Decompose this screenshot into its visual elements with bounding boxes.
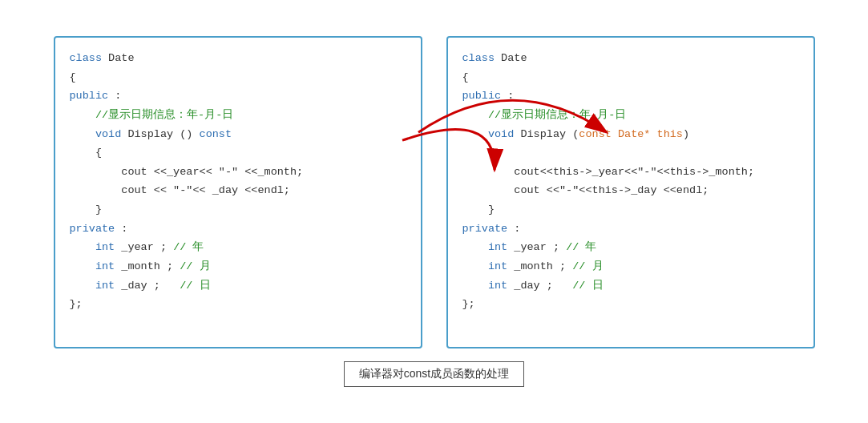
code-line: class Date bbox=[70, 49, 406, 68]
code-token: Date bbox=[108, 52, 134, 64]
code-line: }; bbox=[462, 295, 799, 314]
code-token: // 日 bbox=[180, 280, 210, 292]
code-token: int bbox=[488, 260, 507, 272]
code-token: // 年 bbox=[566, 241, 596, 253]
main-container: class Date{public : //显示日期信息：年-月-日 void … bbox=[0, 28, 868, 395]
code-token: { bbox=[462, 147, 495, 159]
code-line: { bbox=[462, 68, 799, 87]
code-token: private bbox=[70, 223, 115, 235]
code-line: private : bbox=[70, 220, 406, 239]
code-token: ) bbox=[683, 128, 689, 140]
code-line: public : bbox=[70, 87, 406, 106]
code-token: }; bbox=[462, 298, 475, 310]
code-token: class bbox=[462, 52, 502, 64]
code-token bbox=[70, 128, 95, 140]
code-token: _day ; bbox=[507, 280, 572, 292]
code-token: public bbox=[462, 90, 502, 102]
code-line: void Display (const Date* this) bbox=[462, 125, 799, 144]
code-token: cout <<"-"<<this->_day <<endl; bbox=[462, 184, 709, 196]
code-token: void bbox=[95, 128, 121, 140]
code-token: // 月 bbox=[572, 260, 603, 272]
code-token: cout<<this->_year<<"-"<<this->_month; bbox=[462, 166, 755, 178]
code-token bbox=[70, 241, 95, 253]
code-line: cout << "-"<< _day <<endl; bbox=[70, 181, 406, 200]
code-token: cout <<_year<< "-" <<_month; bbox=[70, 166, 304, 178]
code-token bbox=[462, 128, 488, 140]
code-token: : bbox=[507, 223, 520, 235]
code-token bbox=[70, 280, 95, 292]
code-token: int bbox=[488, 280, 507, 292]
code-token: private bbox=[462, 223, 508, 235]
code-token: const Date* this bbox=[579, 128, 683, 140]
caption-box: 编译器对const成员函数的处理 bbox=[344, 361, 524, 387]
code-token: } bbox=[70, 203, 103, 216]
code-token: { bbox=[70, 147, 103, 159]
code-line: int _year ; // 年 bbox=[462, 238, 799, 257]
code-line: { bbox=[70, 143, 406, 163]
code-line: int _month ; // 月 bbox=[70, 257, 406, 276]
code-token: }; bbox=[70, 298, 83, 310]
code-token: : bbox=[108, 90, 121, 102]
code-token: Display ( bbox=[514, 128, 579, 140]
code-line: int _day ; // 日 bbox=[462, 276, 799, 296]
code-token: _day ; bbox=[115, 280, 180, 292]
code-line: }; bbox=[70, 295, 406, 314]
code-line: { bbox=[462, 143, 799, 163]
code-token: } bbox=[462, 203, 495, 216]
code-line: int _year ; // 年 bbox=[70, 238, 406, 257]
panels-wrapper: class Date{public : //显示日期信息：年-月-日 void … bbox=[42, 36, 827, 348]
code-line: //显示日期信息：年-月-日 bbox=[462, 106, 799, 125]
code-token: //显示日期信息：年-月-日 bbox=[70, 109, 234, 121]
code-token bbox=[462, 241, 488, 253]
code-line: } bbox=[70, 200, 406, 220]
code-token: Display () bbox=[121, 128, 199, 140]
code-token: const bbox=[200, 128, 232, 140]
code-line: public : bbox=[462, 87, 799, 106]
code-token bbox=[462, 260, 488, 272]
code-token: { bbox=[70, 71, 76, 83]
code-token: // 年 bbox=[173, 241, 204, 253]
right-code-panel: class Date{public : //显示日期信息：年-月-日 void … bbox=[446, 36, 815, 348]
code-token: class bbox=[70, 52, 109, 64]
code-line: int _day ; // 日 bbox=[70, 276, 406, 296]
code-token: : bbox=[115, 223, 127, 235]
code-line: //显示日期信息：年-月-日 bbox=[70, 106, 406, 125]
code-token: Date bbox=[501, 52, 527, 64]
code-token: // 日 bbox=[572, 280, 603, 292]
code-line: } bbox=[462, 200, 799, 220]
code-line: cout <<"-"<<this->_day <<endl; bbox=[462, 181, 799, 200]
code-token: { bbox=[462, 71, 469, 83]
code-token: : bbox=[501, 90, 514, 102]
code-line: void Display () const bbox=[70, 125, 406, 144]
code-line: class Date bbox=[462, 49, 799, 68]
code-token: //显示日期信息：年-月-日 bbox=[462, 109, 627, 121]
code-token: int bbox=[95, 260, 115, 272]
code-line: private : bbox=[462, 220, 799, 239]
code-token: // 月 bbox=[180, 260, 210, 272]
left-code-panel: class Date{public : //显示日期信息：年-月-日 void … bbox=[54, 36, 422, 348]
code-token: int bbox=[95, 241, 115, 253]
code-line: cout <<_year<< "-" <<_month; bbox=[70, 163, 406, 182]
code-token: _month ; bbox=[507, 260, 572, 272]
code-token bbox=[462, 280, 488, 292]
code-token: _year ; bbox=[115, 241, 173, 253]
code-line: { bbox=[70, 68, 406, 87]
code-token: _month ; bbox=[115, 260, 180, 272]
code-line: cout<<this->_year<<"-"<<this->_month; bbox=[462, 163, 799, 182]
code-token: int bbox=[95, 280, 115, 292]
code-token: _year ; bbox=[507, 241, 566, 253]
code-token bbox=[70, 260, 95, 272]
code-token: int bbox=[488, 241, 507, 253]
code-token: cout << "-"<< _day <<endl; bbox=[70, 184, 290, 196]
code-token: public bbox=[70, 90, 109, 102]
caption-text: 编译器对const成员函数的处理 bbox=[359, 367, 509, 380]
code-line: int _month ; // 月 bbox=[462, 257, 799, 276]
code-token: void bbox=[488, 128, 514, 140]
